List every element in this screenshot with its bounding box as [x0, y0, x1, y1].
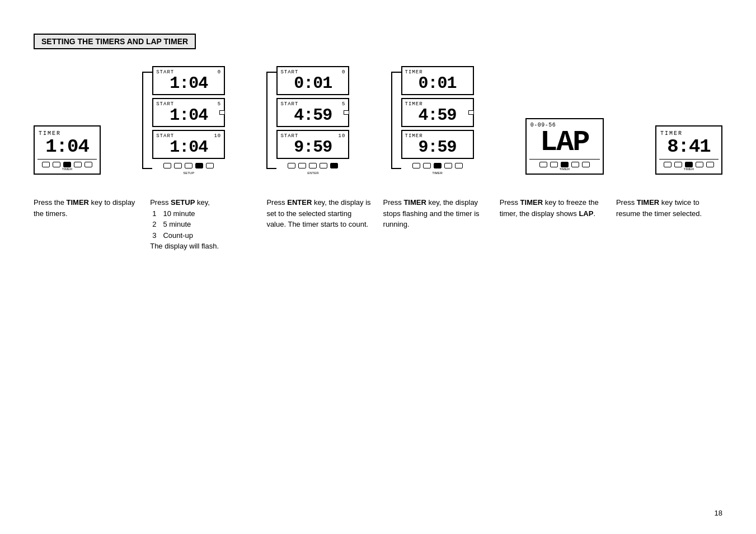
dot-3 [63, 162, 71, 167]
list-num: 2 [152, 219, 163, 230]
watch-col-5: 0-09-56 LAP TIMER [525, 118, 604, 175]
dot-2 [53, 162, 60, 167]
page-number: 18 [715, 509, 722, 517]
watch-col-6: TIMER 8:41 TIMER [655, 125, 722, 175]
watch-col-4: TIMER 0:01 TIMER 4:59 TIMER 9:59 [401, 66, 474, 175]
list-num: 3 [152, 230, 163, 241]
list-num: 1 [152, 208, 163, 219]
watch-col-1: TIMER 1:04 TIMER [34, 125, 101, 175]
list-item: 3 Count-up [152, 230, 195, 241]
desc-col-6: Press TIMER key twice to resume the time… [616, 197, 722, 252]
list-text: Count-up [163, 230, 195, 241]
dot-4 [74, 162, 82, 167]
list-text: 10 minute [163, 208, 195, 219]
watch-col-2: START0 1:04 START5 1:04 START10 [152, 66, 225, 175]
dot-1 [42, 162, 50, 167]
watch-col-3: START0 0:01 START5 4:59 START10 [276, 66, 349, 175]
desc-col-4: Press TIMER key, the display stops flash… [383, 197, 490, 252]
desc-3-text: Press ENTER key, the display is set to t… [266, 197, 373, 230]
desc-col-1: Press the TIMER key to display the timer… [34, 197, 140, 252]
list-text: 5 minute [163, 219, 195, 230]
list-item: 2 5 minute [152, 219, 195, 230]
desc-col-5: Press TIMER key to freeze the timer, the… [500, 197, 606, 252]
watches-row: TIMER 1:04 TIMER [34, 66, 722, 175]
desc-col-3: Press ENTER key, the display is set to t… [266, 197, 373, 252]
desc-2-intro: Press SETUP key, [150, 197, 256, 208]
desc-4-text: Press TIMER key, the display stops flash… [383, 197, 490, 230]
dot-5 [84, 162, 92, 167]
desc-1-text: Press the TIMER key to display the timer… [34, 197, 140, 219]
descriptions-row: Press the TIMER key to display the timer… [34, 191, 722, 252]
list-item: 1 10 minute [152, 208, 195, 219]
desc-6-text: Press TIMER key twice to resume the time… [616, 197, 722, 219]
desc-col-2: Press SETUP key, 1 10 minute 2 5 minute … [150, 197, 256, 252]
desc-2-end: The display will flash. [150, 241, 256, 252]
desc-5-text: Press TIMER key to freeze the timer, the… [500, 197, 606, 219]
section-title: SETTING THE TIMERS AND LAP TIMER [34, 34, 196, 49]
